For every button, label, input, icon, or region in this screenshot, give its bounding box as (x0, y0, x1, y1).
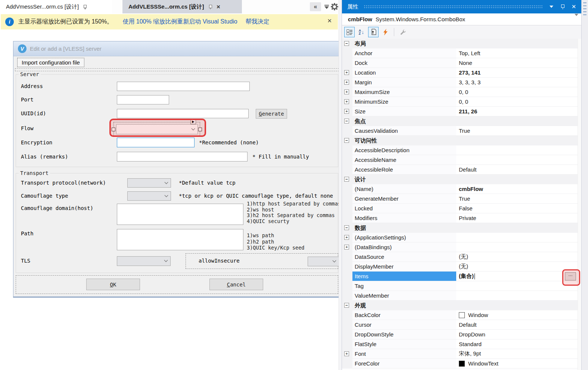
category-row[interactable]: −设计 (342, 175, 581, 184)
property-row[interactable]: AccessibleDescription (342, 145, 581, 155)
property-row[interactable]: Tag (342, 281, 581, 291)
property-value[interactable]: None (456, 58, 581, 68)
property-row[interactable]: DockNone (342, 58, 581, 68)
collapse-icon[interactable]: − (344, 138, 349, 143)
property-value[interactable] (456, 155, 581, 165)
collapse-icon[interactable]: − (344, 225, 349, 230)
property-value[interactable] (456, 233, 581, 242)
property-row[interactable]: AccessibleRoleDefault (342, 165, 581, 175)
properties-view-icon[interactable] (368, 27, 379, 37)
property-value[interactable]: Top, Left (456, 48, 581, 58)
property-row[interactable]: ForeColorWindowText (342, 359, 581, 369)
events-icon[interactable] (380, 27, 391, 37)
category-row[interactable]: −焦点 (342, 116, 581, 126)
infobar-close-icon[interactable]: ✕ (327, 18, 332, 24)
property-value[interactable]: False (456, 204, 581, 213)
close-icon[interactable]: ✕ (570, 3, 578, 10)
property-row[interactable]: DisplayMember(无) (342, 262, 581, 272)
help-me-decide-link[interactable]: 帮我决定 (246, 18, 270, 26)
property-value[interactable]: 宋体, 9pt (456, 349, 581, 359)
alphabetical-sort-icon[interactable]: AZ ↓ (356, 27, 367, 37)
property-value[interactable]: 211, 26 (456, 107, 581, 116)
property-row[interactable]: LockedFalse (342, 204, 581, 213)
close-icon[interactable]: ✕ (217, 4, 221, 9)
property-row[interactable]: DropDownStyleDropDown (342, 330, 581, 339)
category-row[interactable]: −外观 (342, 301, 581, 310)
cancel-button[interactable]: Cancel (209, 279, 263, 290)
path-textarea[interactable] (117, 229, 243, 250)
allow-insecure-combobox[interactable] (308, 257, 339, 266)
collapse-icon[interactable]: − (344, 303, 349, 308)
category-row[interactable]: −数据 (342, 223, 581, 233)
tab-list-dropdown-icon[interactable] (323, 2, 331, 11)
property-value[interactable]: True (456, 194, 581, 204)
property-row[interactable]: DataSource(无) (342, 252, 581, 262)
property-row[interactable]: GenerateMemberTrue (342, 194, 581, 204)
property-value[interactable]: 273, 141 (456, 68, 581, 78)
property-value[interactable] (456, 242, 581, 252)
expand-icon[interactable]: + (344, 99, 349, 104)
camouflage-host-textarea[interactable] (117, 204, 243, 225)
property-value[interactable]: (无) (456, 252, 581, 262)
ok-button[interactable]: OK (86, 279, 140, 290)
ellipsis-button[interactable]: … (565, 272, 576, 280)
property-row[interactable]: FlatStyleStandard (342, 339, 581, 349)
collapse-icon[interactable]: − (344, 119, 349, 123)
property-value[interactable] (456, 145, 581, 155)
collapse-icon[interactable]: − (344, 41, 349, 46)
property-value[interactable]: cmbFlow (456, 184, 581, 194)
port-input[interactable] (117, 95, 169, 104)
property-row[interactable]: +Size211, 26 (342, 107, 581, 116)
expand-icon[interactable]: + (344, 70, 349, 75)
expand-icon[interactable]: + (344, 245, 349, 250)
expand-icon[interactable]: + (344, 351, 349, 356)
tls-combobox[interactable] (117, 256, 171, 266)
chevron-down-icon[interactable] (575, 16, 578, 22)
window-menu-icon[interactable] (548, 6, 555, 8)
property-value[interactable]: True (456, 126, 581, 136)
address-input[interactable] (117, 82, 250, 91)
protocol-combobox[interactable] (127, 178, 171, 188)
tab-addvmess-designer[interactable]: AddVmessSer...orm.cs [设计] (0, 0, 112, 13)
smart-tag-button[interactable]: ▶ (190, 119, 196, 124)
property-value[interactable]: 3, 3, 3, 3 (456, 78, 581, 87)
property-value[interactable]: (无) (456, 262, 581, 272)
pin-icon[interactable] (559, 4, 566, 9)
tab-addvless-designer[interactable]: AddVLESSSe...orm.cs [设计] ✕ (122, 0, 242, 13)
property-value[interactable]: DropDown (456, 330, 581, 339)
property-value[interactable]: WindowText (456, 359, 581, 369)
categorized-icon[interactable] (344, 27, 355, 37)
property-value[interactable] (456, 281, 581, 291)
property-row[interactable]: +(DataBindings) (342, 242, 581, 252)
restart-100-link[interactable]: 使用 100% 缩放比例重新启动 Visual Studio (122, 18, 237, 26)
pin-icon[interactable] (208, 4, 213, 9)
object-selector[interactable]: cmbFlow System.Windows.Forms.ComboBox (342, 13, 581, 25)
collapsed-tool-tab-strip[interactable] (581, 0, 588, 370)
resize-handle-right[interactable] (198, 128, 202, 131)
pin-icon[interactable] (83, 4, 87, 9)
expand-icon[interactable]: + (344, 109, 349, 114)
property-row[interactable]: +Margin3, 3, 3, 3 (342, 78, 581, 87)
expand-icon[interactable]: + (344, 90, 349, 94)
category-row[interactable]: −布局 (342, 39, 581, 48)
camouflage-type-combobox[interactable] (127, 191, 171, 201)
property-row[interactable]: AccessibleName (342, 155, 581, 165)
property-row[interactable]: Items(集合)… (342, 272, 581, 281)
property-row[interactable]: ValueMember (342, 291, 581, 301)
property-row[interactable]: +Location273, 141 (342, 68, 581, 78)
property-value[interactable]: 0, 0 (456, 87, 581, 97)
encryption-input[interactable] (117, 138, 195, 147)
property-value[interactable]: Private (456, 213, 581, 223)
property-value[interactable]: Standard (456, 339, 581, 349)
alias-input[interactable] (117, 152, 248, 162)
property-value[interactable]: 0, 0 (456, 97, 581, 107)
uuid-input[interactable] (117, 109, 249, 118)
properties-title-bar[interactable]: 属性 ✕ (342, 0, 581, 13)
property-row[interactable]: BackColorWindow (342, 310, 581, 320)
pane-splitter[interactable] (339, 0, 342, 370)
expand-icon[interactable]: + (344, 235, 349, 240)
property-row[interactable]: +MinimumSize0, 0 (342, 97, 581, 107)
property-row[interactable]: +(ApplicationSettings) (342, 233, 581, 242)
collapse-chevrons-icon[interactable]: « (310, 2, 321, 11)
property-row[interactable]: +Font宋体, 9pt (342, 349, 581, 359)
